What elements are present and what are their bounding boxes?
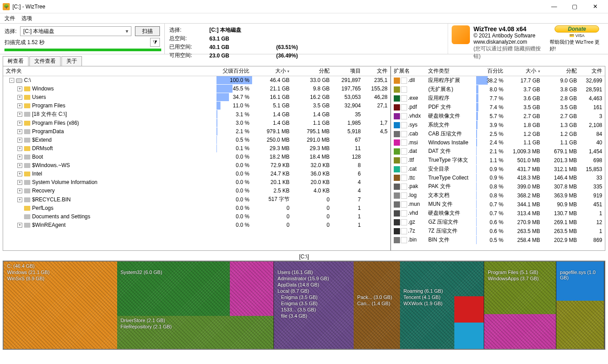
expander[interactable]: + xyxy=(17,138,22,143)
color-swatch xyxy=(394,95,400,102)
tree-row[interactable]: +$Windows.~WS0.0 %72.9 KB32.0 KB8 xyxy=(3,161,390,170)
tree-header-row[interactable]: 文件夹 父级百分比 大小 ▾ 分配 项目 文件 xyxy=(3,66,390,76)
donate-button[interactable]: Donate xyxy=(555,25,599,33)
ext-row[interactable]: .datDAT 文件2.1 %1,009.3 MB679.1 MB1,454 xyxy=(391,147,605,156)
tree-row[interactable]: +Users34.7 %16.1 GB16.2 GB53,05346,28 xyxy=(3,93,390,102)
minimize-button[interactable]: — xyxy=(544,0,564,13)
color-swatch xyxy=(394,86,400,93)
ext-header-row[interactable]: 扩展名 文件类型 百分比 大小 ▾ 分配 文件 xyxy=(391,66,605,76)
folder-icon xyxy=(24,206,30,211)
expander[interactable]: + xyxy=(17,103,22,108)
ext-row[interactable]: .7z7Z 压缩文件0.6 %263.5 MB263.5 MB1 xyxy=(391,227,605,236)
folder-icon xyxy=(24,180,30,185)
treemap[interactable]: C: (46.4 GB) Windows (21.1 GB) WinSxS (8… xyxy=(3,261,605,350)
menu-options[interactable]: 选项 xyxy=(21,15,32,22)
expander[interactable]: + xyxy=(17,180,22,185)
tree-row[interactable]: +Intel0.0 %24.7 KB36.0 KB6 xyxy=(3,170,390,178)
folder-icon xyxy=(24,188,30,193)
tree-row[interactable]: +DRMsoft0.1 %29.3 MB29.3 MB11 xyxy=(3,144,390,153)
color-swatch xyxy=(394,210,400,217)
ext-row[interactable]: .munMUN 文件0.7 %344.1 MB90.9 MB451 xyxy=(391,200,605,209)
scan-button[interactable]: 扫描 xyxy=(135,26,160,36)
filter-button[interactable]: ⧩ xyxy=(150,38,160,47)
expander[interactable]: + xyxy=(17,163,22,168)
tree-row[interactable]: +Boot0.0 %18.2 MB18.4 MB128 xyxy=(3,153,390,161)
folder-icon xyxy=(24,197,30,202)
ext-row[interactable]: .log文本文档0.8 %368.2 MB363.9 MB919 xyxy=(391,191,605,200)
ext-row[interactable]: .msiWindows Installe2.4 %1.1 GB1.1 GB40 xyxy=(391,139,605,147)
expander[interactable]: + xyxy=(17,146,22,151)
color-swatch xyxy=(394,184,400,190)
color-swatch xyxy=(394,148,400,155)
drive-icon xyxy=(16,78,22,83)
product-link[interactable]: www.diskanalyzer.com xyxy=(473,39,546,45)
expander[interactable]: + xyxy=(17,223,22,228)
expander[interactable]: + xyxy=(17,129,22,134)
tab-tree[interactable]: 树查看 xyxy=(3,56,29,66)
product-name: WizTree v4.08 x64 xyxy=(473,25,546,33)
titlebar: 🌳 [C:] - WizTree — ▢ ✕ xyxy=(0,0,608,13)
ext-row[interactable]: .cabCAB 压缩文件2.5 %1.2 GB1.2 GB84 xyxy=(391,130,605,139)
filetype-icon xyxy=(401,201,407,208)
expander[interactable]: - xyxy=(9,78,14,83)
folder-icon xyxy=(24,121,30,126)
expander[interactable]: + xyxy=(17,197,22,202)
tree-row[interactable]: +ProgramData2.1 %979.1 MB795.1 MB5,9184,… xyxy=(3,127,390,136)
expander[interactable]: + xyxy=(17,172,22,176)
scan-status: 扫描完成 1.52 秒 xyxy=(4,39,45,46)
tree-row[interactable]: Documents and Settings0.0 %001 xyxy=(3,213,390,221)
close-button[interactable]: ✕ xyxy=(585,0,605,13)
stats: 选择:[C:] 本地磁盘 总空间:63.1 GB 已用空间:40.1 GB(63… xyxy=(165,24,448,54)
color-swatch xyxy=(394,237,400,243)
ext-row[interactable]: .ttcTrueType Collect0.9 %418.3 MB146.4 M… xyxy=(391,174,605,182)
wiztree-icon xyxy=(452,25,470,44)
maximize-button[interactable]: ▢ xyxy=(564,0,585,13)
ext-row[interactable]: .binBIN 文件0.5 %258.4 MB202.9 MB869 xyxy=(391,236,605,245)
ext-row[interactable]: .vhdx硬盘映像文件5.7 %2.7 GB2.7 GB3 xyxy=(391,112,605,121)
tree-row[interactable]: +Windows45.5 %21.1 GB9.8 GB197,765155,28 xyxy=(3,85,390,93)
tree-row[interactable]: +$Extend0.5 %250.0 MB291.0 MB67 xyxy=(3,136,390,144)
tree-row[interactable]: +System Volume Information0.0 %20.1 KB20… xyxy=(3,178,390,187)
ext-row[interactable]: .gzGZ 压缩文件0.6 %270.9 MB269.1 MB12 xyxy=(391,218,605,227)
extension-pane[interactable]: 扩展名 文件类型 百分比 大小 ▾ 分配 文件 .dll应用程序扩展38.2 %… xyxy=(391,66,605,250)
menu-file[interactable]: 文件 xyxy=(4,15,15,22)
expander[interactable]: + xyxy=(17,95,22,100)
expander[interactable]: + xyxy=(17,121,22,126)
tab-file[interactable]: 文件查看 xyxy=(29,56,61,66)
tree-row[interactable]: +Program Files (x86)3.0 %1.4 GB1.1 GB1,9… xyxy=(3,119,390,127)
tree-row[interactable]: +Recovery0.0 %2.5 KB4.0 KB4 xyxy=(3,187,390,195)
tab-about[interactable]: 关于 xyxy=(61,56,82,66)
filetype-icon xyxy=(401,237,407,243)
filetype-icon xyxy=(401,219,407,225)
expander[interactable]: + xyxy=(17,86,22,91)
filetype-icon xyxy=(401,113,407,119)
drive-select[interactable]: [C:] 本地磁盘 xyxy=(20,26,131,36)
tree-row[interactable]: +$RECYCLE.BIN0.0 %517 字节07 xyxy=(3,195,390,204)
tree-row[interactable]: PerfLogs0.0 %001 xyxy=(3,204,390,213)
tree-row[interactable]: +[18 文件在 C:\]3.1 %1.4 GB1.4 GB35 xyxy=(3,110,390,119)
sort-desc-icon: ▾ xyxy=(538,69,540,74)
tree-pane[interactable]: 文件夹 父级百分比 大小 ▾ 分配 项目 文件 -C:\100.0 %46.4 … xyxy=(3,66,391,250)
ext-row[interactable]: .pdfPDF 文件7.4 %3.5 GB3.5 GB161 xyxy=(391,103,605,112)
color-swatch xyxy=(394,201,400,208)
filetype-icon xyxy=(401,210,407,217)
ext-row[interactable]: .vhd硬盘映像文件0.7 %313.4 MB130.7 MB1 xyxy=(391,209,605,218)
ext-row[interactable]: .pakPAK 文件0.8 %399.0 MB307.8 MB335 xyxy=(391,182,605,191)
folder-icon xyxy=(24,146,30,151)
ext-row[interactable]: .ttfTrueType 字体文1.1 %501.0 MB201.3 MB698 xyxy=(391,156,605,165)
tree-row[interactable]: +$WinREAgent0.0 %001 xyxy=(3,221,390,229)
expander[interactable]: + xyxy=(17,112,22,117)
folder-icon xyxy=(24,214,30,219)
ext-row[interactable]: .dll应用程序扩展38.2 %17.7 GB9.0 GB32,699 xyxy=(391,76,605,85)
folder-icon xyxy=(24,112,30,117)
window-title: [C:] - WizTree xyxy=(12,4,45,10)
expander[interactable]: + xyxy=(17,155,22,160)
tree-row[interactable]: -C:\100.0 %46.4 GB33.0 GB291,897235,1 xyxy=(3,76,390,85)
expander[interactable]: + xyxy=(17,188,22,193)
ext-row[interactable]: (无扩展名)8.0 %3.7 GB3.8 GB28,591 xyxy=(391,85,605,94)
ext-row[interactable]: .exe应用程序7.7 %3.6 GB2.8 GB4,463 xyxy=(391,94,605,103)
filetype-icon xyxy=(401,184,407,190)
ext-row[interactable]: .cat安全目录0.9 %431.7 MB312.1 MB15,853 xyxy=(391,165,605,174)
tree-row[interactable]: +Program Files11.0 %5.1 GB3.5 GB32,90427… xyxy=(3,102,390,110)
ext-row[interactable]: .sys系统文件3.9 %1.8 GB1.3 GB2,108 xyxy=(391,121,605,130)
